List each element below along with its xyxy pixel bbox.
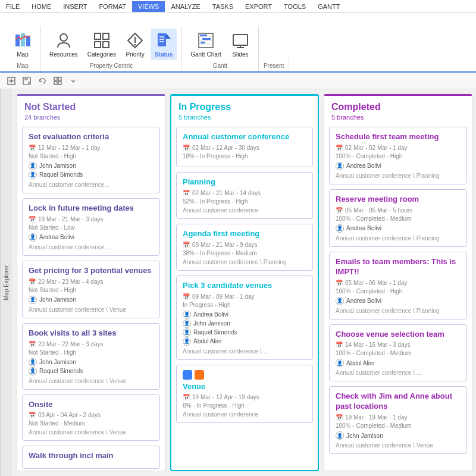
card[interactable]: Emails to team members: This is IMPT!!📅0… [329,252,467,320]
card-title: Venue [183,382,306,392]
card-title: Check with Jim and Anne about past locat… [336,392,461,412]
ribbon-btn-slides[interactable]: Slides [227,29,253,60]
ribbon-btn-categories[interactable]: Categories [84,29,120,60]
card-date: 📅03 Apr - 04 Apr - 2 days [29,412,154,418]
card-date-text: 19 Mar - 19 Mar - 1 day [345,414,407,421]
card-path: Annual customer conference \ ... [336,369,461,376]
card[interactable]: Lock in future meeting dates📅19 Mar - 21… [22,198,160,256]
person-icon: 👤 [336,431,344,440]
person-name: Andrea Bolivi [346,225,381,231]
col-subtitle-in-progress: 5 branches [178,114,311,121]
side-panel-label: Map Explorer [3,265,10,300]
menu-tools[interactable]: TOOLS [278,1,312,12]
card-person: 👤Raquel Simonds [183,328,306,337]
person-icon: 👤 [336,224,344,233]
menu-gantt[interactable]: GANTT [312,1,346,12]
card[interactable]: Onsite📅03 Apr - 04 Apr - 2 daysNot Start… [22,394,160,441]
card-path: Annual customer conference \ Planning [336,235,461,242]
card-status: Not Started - High [29,287,154,293]
svg-rect-21 [202,38,211,40]
calendar-icon: 📅 [29,216,36,223]
toolbar [0,73,476,89]
svg-rect-33 [58,77,61,80]
card-status: 6% - In Progress - High [183,402,306,409]
card-person: 👤John Jamison [29,358,154,367]
card[interactable]: Get pricing for 3 potential venues📅20 Ma… [22,261,160,318]
card-person: 👤Andrea Bolivi [29,233,154,242]
person-name: John Jamison [39,359,76,365]
person-name: Andrea Bolivi [346,162,381,169]
calendar-icon: 📅 [183,394,190,400]
card-title: Planning [183,177,306,187]
menu-analyze[interactable]: ANALYZE [165,1,206,12]
person-icon: 👤 [29,233,37,242]
toolbar-new[interactable] [5,74,18,87]
card[interactable]: Venue📅19 Mar - 12 Apr - 19 days6% - In P… [176,365,313,424]
menu-export[interactable]: EXPORT [239,1,278,12]
ribbon-btn-map[interactable]: Map [10,29,36,60]
card[interactable]: Annual customer conference📅02 Mar - 12 A… [176,127,313,167]
person-icon: 👤 [336,359,344,367]
card-path: Annual customer conference \ Planning [336,308,461,314]
card-person: 👤Raquel Simonds [29,171,154,179]
card-date: 📅20 Mar - 23 Mar - 4 days [29,278,154,285]
card-status: Not Started - Low [29,224,154,231]
person-icon: 👤 [29,358,37,367]
toolbar-undo[interactable] [36,74,49,87]
toolbar-save[interactable] [20,74,33,87]
card[interactable]: Choose venue selection team📅14 Mar - 16 … [329,324,467,382]
card[interactable]: Agenda first meeting📅09 Mar - 21 Mar - 9… [176,224,313,271]
menu-format[interactable]: FORMAT [93,1,132,12]
col-header-not-started: Not Started24 branches [17,96,165,124]
menu-home[interactable]: HOME [26,1,57,12]
menu-tasks[interactable]: TASKS [206,1,239,12]
svg-rect-34 [54,82,57,84]
card-title: Agenda first meeting [183,229,306,239]
card-person: 👤Andrea Bolivi [336,224,461,233]
ribbon-btn-gantt-chart[interactable]: Gantt Chart [187,29,225,60]
card[interactable]: Set evaluation criteria📅12 Mar - 12 Mar … [22,127,160,193]
gantt-chart-label: Gantt Chart [190,51,221,58]
menu-views[interactable]: VIEWS [132,1,165,12]
card-date: 📅14 Mar - 16 Mar - 3 days [336,342,461,348]
card-path: Annual customer conference \ Planning [183,259,306,265]
card-date-text: 02 Mar - 21 Mar - 14 days [192,190,261,196]
card-date: 📅19 Mar - 19 Mar - 1 day [336,414,461,421]
card[interactable]: Walk through incl main [22,446,160,469]
card[interactable]: Pick 3 candidate venues📅09 Mar - 09 Mar … [176,275,313,360]
calendar-icon: 📅 [183,242,190,248]
card-date-text: 02 Mar - 02 Mar - 1 day [345,145,407,151]
kanban-area: Not Started24 branchesSet evaluation cri… [12,89,476,476]
calendar-icon: 📅 [336,342,343,348]
card-date: 📅02 Mar - 12 Apr - 30 days [183,145,306,151]
toolbar-layout[interactable] [51,74,64,87]
person-icon: 👤 [336,162,344,170]
card-status: 100% - Completed - Medium [336,422,461,429]
toolbar-dropdown[interactable] [67,74,80,87]
calendar-icon: 📅 [183,145,190,151]
card[interactable]: Check with Jim and Anne about past locat… [329,386,467,454]
card[interactable]: Schedule first team meeting📅02 Mar - 02 … [329,127,467,184]
ribbon-btn-priority[interactable]: Priority [122,29,148,60]
card[interactable]: Reserve meeting room📅05 Mar - 05 Mar - 5… [329,189,467,247]
card-path: Annual customer conference [183,411,306,418]
categories-icon [92,31,111,50]
svg-rect-5 [103,33,109,39]
card-date-text: 12 Mar - 12 Mar - 1 day [38,145,100,151]
card-date-text: 14 Mar - 16 Mar - 3 days [345,342,410,348]
card-date: 📅05 Mar - 06 Mar - 1 day [336,280,461,286]
ribbon-btn-resources[interactable]: Resources [46,29,82,60]
calendar-icon: 📅 [183,293,190,300]
card-title: Emails to team members: This is IMPT!! [336,257,461,277]
person-icon: 👤 [336,297,344,305]
card[interactable]: Book visits to all 3 sites📅20 Mar - 22 M… [22,323,160,390]
person-icon: 👤 [29,367,37,375]
status-label: Status [155,51,173,58]
card[interactable]: Planning📅02 Mar - 21 Mar - 14 days52% - … [176,172,313,219]
person-icon: 👤 [29,162,37,170]
menu-insert[interactable]: INSERT [57,1,93,12]
svg-rect-31 [28,82,30,84]
menu-file[interactable]: FILE [0,1,26,12]
ribbon-btn-status[interactable]: Status [151,29,177,60]
resources-label: Resources [49,51,78,58]
